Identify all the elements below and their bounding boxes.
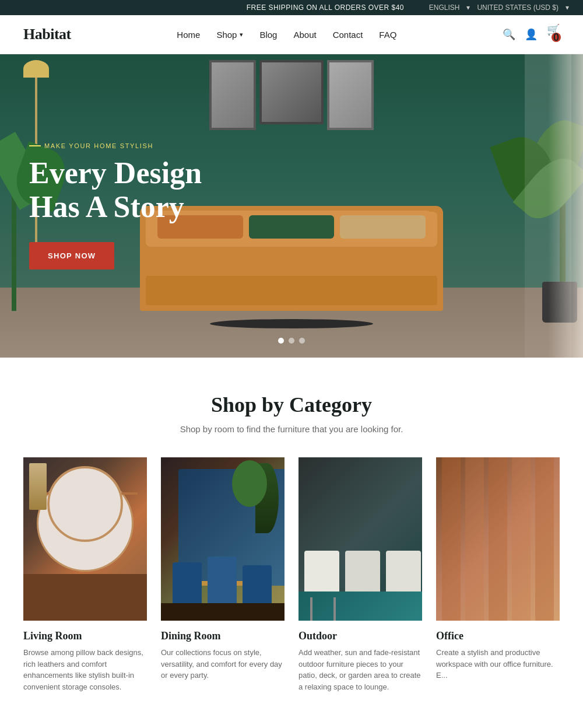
category-name-dining: Dining Room (161, 630, 285, 642)
account-icon[interactable]: 👤 (525, 28, 538, 41)
nav-about[interactable]: About (293, 30, 316, 40)
shop-chevron-icon: ▾ (240, 31, 243, 38)
category-name-office: Office (436, 630, 560, 642)
hero-window (525, 54, 571, 358)
frame-group (209, 60, 374, 130)
nav-shop[interactable]: Shop ▾ (216, 30, 243, 40)
nav-blog[interactable]: Blog (259, 30, 277, 40)
hero-dots (278, 338, 305, 344)
frame-3 (327, 60, 374, 130)
category-image-living (23, 457, 147, 621)
dot-3[interactable] (299, 338, 305, 344)
header-icons: 🔍 👤 🛒 0 (503, 23, 560, 46)
category-title: Shop by Category (23, 393, 560, 417)
category-card-outdoor[interactable]: Outdoor Add weather, sun and fade-resist… (298, 457, 422, 702)
category-info-living: Living Room Browse among pillow back des… (23, 621, 147, 702)
category-info-dining: Dining Room Our collections focus on sty… (161, 621, 285, 691)
shipping-notice: FREE SHIPPING ON ALL ORDERS OVER $40 (222, 4, 429, 12)
currency-selector[interactable]: UNITED STATES (USD $) (477, 4, 559, 12)
hero-subtitle: MAKE YOUR HOME STYLISH (29, 142, 245, 149)
hero-table (210, 319, 373, 328)
nav-home[interactable]: Home (177, 30, 200, 40)
category-desc-living: Browse among pillow back designs, rich l… (23, 647, 147, 692)
site-header: Habitat Home Shop ▾ Blog About Contact F… (0, 15, 583, 54)
frame-1 (209, 60, 256, 130)
category-image-outdoor (298, 457, 422, 621)
language-selector[interactable]: ENGLISH (429, 4, 460, 12)
main-nav: Home Shop ▾ Blog About Contact FAQ (177, 30, 396, 40)
category-subtitle: Shop by room to find the furniture that … (23, 424, 560, 434)
top-bar-right: ENGLISH ▾ UNITED STATES (USD $) ▾ (429, 4, 569, 12)
logo[interactable]: Habitat (23, 26, 71, 43)
currency-chevron-icon: ▾ (566, 4, 569, 12)
category-name-living: Living Room (23, 630, 147, 642)
category-desc-outdoor: Add weather, sun and fade-resistant outd… (298, 647, 422, 692)
shop-now-button[interactable]: SHOP NOW (29, 242, 114, 270)
category-desc-office: Create a stylish and productive workspac… (436, 647, 560, 681)
category-image-dining (161, 457, 285, 621)
dot-1[interactable] (278, 338, 284, 344)
category-info-office: Office Create a stylish and productive w… (436, 621, 560, 691)
category-card-dining[interactable]: Dining Room Our collections focus on sty… (161, 457, 285, 702)
category-image-office (436, 457, 560, 621)
shop-category-section: Shop by Category Shop by room to find th… (0, 358, 583, 728)
cart-badge: 0 (552, 33, 561, 42)
top-bar: FREE SHIPPING ON ALL ORDERS OVER $40 ENG… (0, 0, 583, 15)
category-card-office[interactable]: Office Create a stylish and productive w… (436, 457, 560, 702)
hero-content: MAKE YOUR HOME STYLISH Every Design Has … (0, 142, 245, 269)
category-grid: Living Room Browse among pillow back des… (23, 457, 560, 702)
category-name-outdoor: Outdoor (298, 630, 422, 642)
nav-contact[interactable]: Contact (333, 30, 363, 40)
dot-2[interactable] (289, 338, 294, 344)
hero-title: Every Design Has A Story (29, 156, 245, 223)
frame-2 (259, 60, 324, 124)
cart-icon[interactable]: 🛒 0 (547, 23, 560, 46)
language-chevron-icon: ▾ (466, 4, 470, 12)
category-card-living[interactable]: Living Room Browse among pillow back des… (23, 457, 147, 702)
nav-faq[interactable]: FAQ (379, 30, 396, 40)
category-info-outdoor: Outdoor Add weather, sun and fade-resist… (298, 621, 422, 702)
hero-section: MAKE YOUR HOME STYLISH Every Design Has … (0, 54, 583, 358)
search-icon[interactable]: 🔍 (503, 28, 515, 41)
category-desc-dining: Our collections focus on style, versatil… (161, 647, 285, 681)
nav-shop-label: Shop (216, 30, 237, 40)
